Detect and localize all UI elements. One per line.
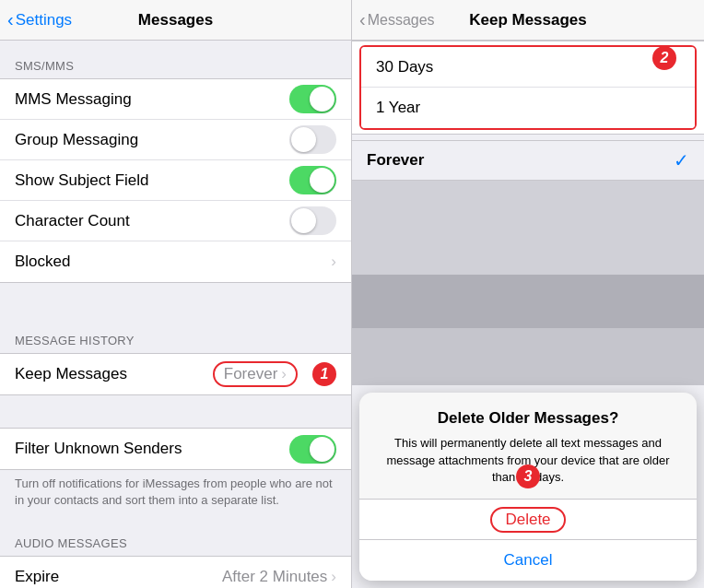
back-label: Settings [16, 11, 72, 29]
options-group: 30 Days 1 Year [352, 41, 704, 135]
group-messaging-toggle[interactable] [289, 125, 336, 154]
audio-group: Expire After 2 Minutes › Raise to Listen [0, 556, 351, 588]
outlined-options: 30 Days 1 Year [359, 45, 697, 130]
keep-chevron-icon: › [281, 365, 287, 383]
delete-button[interactable]: Delete [359, 500, 697, 540]
character-count-toggle[interactable] [289, 206, 336, 235]
forever-label: Forever [367, 151, 424, 170]
show-subject-row: Show Subject Field [0, 160, 351, 201]
audio-section-header: AUDIO MESSAGES [0, 518, 351, 556]
expire-label: Expire [15, 568, 59, 586]
blocked-row[interactable]: Blocked › [0, 241, 351, 282]
expire-chevron-icon: › [331, 568, 336, 586]
expire-row[interactable]: Expire After 2 Minutes › [0, 557, 351, 588]
checkmark-icon: ✓ [674, 149, 689, 171]
messages-back-button[interactable]: ‹ Messages [359, 9, 435, 30]
sms-settings-group: MMS Messaging Group Messaging Show Subje… [0, 78, 351, 283]
cancel-button-label: Cancel [504, 551, 553, 570]
30-days-row[interactable]: 30 Days [361, 47, 695, 88]
cancel-button[interactable]: Cancel [359, 540, 697, 581]
group-toggle-knob [291, 127, 316, 152]
blocked-label: Blocked [15, 253, 70, 271]
expire-value: After 2 Minutes › [222, 568, 336, 586]
keep-messages-row[interactable]: Keep Messages Forever › 1 [0, 354, 351, 394]
right-nav-bar: ‹ Messages Keep Messages [352, 0, 704, 41]
message-history-header: MESSAGE HISTORY [0, 315, 351, 353]
dialog-container: 3 Delete Older Messages? This will perma… [352, 275, 704, 588]
right-back-label: Messages [368, 12, 435, 29]
keep-messages-value: Forever › [213, 361, 298, 387]
annotation-2-badge: 2 [652, 46, 676, 70]
char-toggle-knob [291, 208, 316, 233]
30-days-label: 30 Days [376, 58, 433, 76]
mms-messaging-row: MMS Messaging [0, 79, 351, 120]
right-nav-title: Keep Messages [469, 11, 587, 29]
character-count-row: Character Count [0, 201, 351, 241]
section-gap-1 [0, 283, 351, 315]
message-history-group: Keep Messages Forever › 1 [0, 353, 351, 395]
right-panel: ‹ Messages Keep Messages 30 Days 1 Year … [352, 0, 704, 588]
character-count-label: Character Count [15, 212, 130, 230]
blocked-chevron-icon: › [331, 253, 336, 271]
left-panel: ‹ Settings Messages SMS/MMS MMS Messagin… [0, 0, 352, 588]
filter-unknown-row: Filter Unknown Senders [0, 429, 351, 469]
filter-group: Filter Unknown Senders [0, 428, 351, 470]
show-subject-label: Show Subject Field [15, 171, 149, 190]
group-messaging-row: Group Messaging [0, 120, 351, 160]
section-gap-2 [0, 395, 351, 428]
subject-toggle-knob [310, 168, 334, 193]
annotation-3-badge: 3 [516, 465, 540, 488]
annotation-1-badge: 1 [312, 362, 336, 386]
mms-toggle-knob [310, 87, 334, 112]
mms-messaging-toggle[interactable] [289, 85, 336, 113]
sms-section-header: SMS/MMS [0, 41, 351, 78]
filter-unknown-toggle[interactable] [289, 435, 336, 464]
filter-toggle-knob [310, 437, 334, 462]
chevron-left-icon: ‹ [7, 9, 14, 30]
dialog-overlay-bg [352, 275, 704, 385]
mms-messaging-label: MMS Messaging [15, 90, 132, 109]
filter-unknown-label: Filter Unknown Senders [15, 440, 182, 458]
settings-back-button[interactable]: ‹ Settings [7, 9, 72, 30]
filter-note: Turn off notifications for iMessages fro… [0, 470, 351, 518]
group-messaging-label: Group Messaging [15, 131, 138, 149]
right-chevron-left-icon: ‹ [359, 9, 366, 30]
1-year-row[interactable]: 1 Year [361, 88, 695, 128]
left-nav-bar: ‹ Settings Messages [0, 0, 351, 41]
delete-button-label: Delete [490, 507, 565, 533]
left-nav-title: Messages [138, 11, 213, 29]
forever-row[interactable]: Forever ✓ [352, 140, 704, 181]
1-year-label: 1 Year [376, 99, 420, 117]
show-subject-toggle[interactable] [289, 166, 336, 194]
dialog-title: Delete Older Messages? [374, 409, 682, 428]
keep-messages-label: Keep Messages [15, 365, 127, 383]
